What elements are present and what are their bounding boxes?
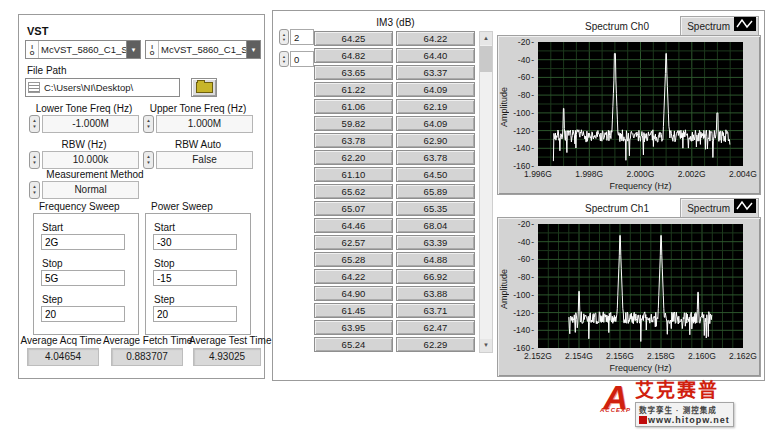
im3-cell[interactable]: 63.78 <box>314 133 393 148</box>
power-step-input[interactable] <box>153 306 237 322</box>
increment-decrement-icon[interactable]: ▲▼ <box>143 115 154 133</box>
y-tick-label: -80 <box>506 90 534 100</box>
im3-cell[interactable]: 68.04 <box>396 218 475 233</box>
im3-cell[interactable]: 65.62 <box>314 184 393 199</box>
waveform-icon[interactable] <box>734 17 756 35</box>
im3-cell[interactable]: 61.22 <box>314 82 393 97</box>
table-index-value[interactable]: 0 <box>290 51 314 67</box>
im3-cell[interactable]: 64.46 <box>314 218 393 233</box>
plot-legend[interactable]: Spectrum <box>680 16 759 36</box>
x-tick-label: 2.158G <box>647 351 675 361</box>
avg-test-time-value: 4.93025 <box>193 348 261 366</box>
im3-cell[interactable]: 64.22 <box>396 31 475 46</box>
increment-decrement-icon[interactable]: ▲▼ <box>29 115 40 133</box>
increment-decrement-icon[interactable]: ▲▼ <box>29 151 40 169</box>
im3-cell[interactable]: 65.24 <box>314 337 393 352</box>
upper-tone-value[interactable]: 1.000M <box>156 115 253 133</box>
x-tick-label: 2.004G <box>729 169 757 179</box>
im3-cell[interactable]: 61.06 <box>314 99 393 114</box>
im3-cell[interactable]: 63.71 <box>396 303 475 318</box>
browse-button[interactable] <box>191 78 217 97</box>
increment-decrement-icon[interactable]: ▲▼ <box>279 29 289 45</box>
file-path-input[interactable]: C:\Users\NI\Desktop\ <box>25 78 180 97</box>
y-tick-label: -20 <box>506 219 534 229</box>
im3-cell[interactable]: 61.45 <box>314 303 393 318</box>
file-path-label: File Path <box>27 65 66 76</box>
power-stop-input[interactable] <box>153 270 237 286</box>
increment-decrement-icon[interactable]: ▲▼ <box>143 151 154 169</box>
im3-cell[interactable]: 64.09 <box>396 82 475 97</box>
rbw-value[interactable]: 10.000k <box>42 151 139 169</box>
im3-cell[interactable]: 64.50 <box>396 167 475 182</box>
im3-cell[interactable]: 65.35 <box>396 201 475 216</box>
scroll-thumb[interactable] <box>480 46 492 72</box>
im3-cell[interactable]: 64.25 <box>314 31 393 46</box>
increment-decrement-icon[interactable]: ▲▼ <box>279 51 289 67</box>
im3-cell[interactable]: 64.82 <box>314 48 393 63</box>
increment-decrement-icon[interactable]: ▲▼ <box>29 181 40 199</box>
lower-tone-control[interactable]: ▲▼ -1.000M <box>29 115 139 133</box>
power-sweep-title: Power Sweep <box>151 201 213 212</box>
table-index-control-1[interactable]: ▲▼ 0 <box>279 51 314 67</box>
measurement-method-value[interactable]: Normal <box>42 181 139 199</box>
im3-cell[interactable]: 63.78 <box>396 150 475 165</box>
im3-cell[interactable]: 66.92 <box>396 269 475 284</box>
legend-label: Spectrum <box>687 203 730 214</box>
chevron-down-icon[interactable]: ▼ <box>246 41 260 58</box>
table-row: 62.2063.78 <box>314 150 477 165</box>
im3-cell[interactable]: 62.20 <box>314 150 393 165</box>
lower-tone-value[interactable]: -1.000M <box>42 115 139 133</box>
freq-start-input[interactable] <box>41 234 125 250</box>
freq-stop-label: Stop <box>42 258 63 269</box>
rbw-auto-value[interactable]: False <box>156 151 253 169</box>
power-sweep-group: Start Stop Step <box>145 213 251 335</box>
measurement-method-control[interactable]: ▲▼ Normal <box>29 181 139 199</box>
rbw-control[interactable]: ▲▼ 10.000k <box>29 151 139 169</box>
freq-stop-input[interactable] <box>41 270 125 286</box>
im3-cell[interactable]: 63.88 <box>396 286 475 301</box>
scroll-up-icon[interactable]: ▲ <box>480 32 492 45</box>
y-tick-label: -20 <box>506 37 534 47</box>
im3-cell[interactable]: 64.22 <box>314 269 393 284</box>
im3-cell[interactable]: 62.57 <box>314 235 393 250</box>
table-index-value[interactable]: 2 <box>290 29 314 45</box>
im3-cell[interactable]: 63.95 <box>314 320 393 335</box>
im3-cell[interactable]: 61.10 <box>314 167 393 182</box>
waveform-icon[interactable] <box>734 199 756 217</box>
logo-mark-text: ACCEXP <box>600 407 631 413</box>
logo-info-box: 数字孪生 · 测控集成 www.hitopw.net <box>635 402 734 427</box>
im3-cell[interactable]: 63.39 <box>396 235 475 250</box>
im3-cell[interactable]: 62.47 <box>396 320 475 335</box>
freq-start-label: Start <box>42 222 63 233</box>
x-tick-label: 1.998G <box>575 169 603 179</box>
y-tick-label: -60 <box>506 254 534 264</box>
power-start-input[interactable] <box>153 234 237 250</box>
y-tick-label: -120 <box>506 126 534 136</box>
im3-cell[interactable]: 59.82 <box>314 116 393 131</box>
im3-cell[interactable]: 63.65 <box>314 65 393 80</box>
plot-legend[interactable]: Spectrum <box>680 198 759 218</box>
im3-cell[interactable]: 62.19 <box>396 99 475 114</box>
rbw-auto-control[interactable]: ▲▼ False <box>143 151 253 169</box>
im3-cell[interactable]: 65.07 <box>314 201 393 216</box>
im3-cell[interactable]: 64.40 <box>396 48 475 63</box>
im3-cell[interactable]: 64.90 <box>314 286 393 301</box>
im3-cell[interactable]: 65.28 <box>314 252 393 267</box>
vst-resource-combo-1[interactable]: IO McVST_5860_C1_S15/1 ▼ <box>145 40 261 59</box>
scroll-down-icon[interactable]: ▼ <box>480 339 492 352</box>
im3-cell[interactable]: 63.37 <box>396 65 475 80</box>
im3-cell[interactable]: 64.09 <box>396 116 475 131</box>
plot-area[interactable] <box>538 42 743 166</box>
chevron-down-icon[interactable]: ▼ <box>126 41 140 58</box>
im3-cell[interactable]: 62.90 <box>396 133 475 148</box>
plot-area[interactable] <box>538 224 743 348</box>
vst-resource-combo-0[interactable]: IO McVST_5860_C1_S15/0 ▼ <box>25 40 141 59</box>
im3-cell[interactable]: 64.88 <box>396 252 475 267</box>
upper-tone-control[interactable]: ▲▼ 1.000M <box>143 115 253 133</box>
table-scrollbar[interactable]: ▲ ▼ <box>479 31 493 353</box>
table-index-control-0[interactable]: ▲▼ 2 <box>279 29 314 45</box>
frequency-sweep-title: Frequency Sweep <box>39 201 120 212</box>
freq-step-input[interactable] <box>41 306 125 322</box>
im3-cell[interactable]: 65.89 <box>396 184 475 199</box>
im3-cell[interactable]: 62.29 <box>396 337 475 352</box>
